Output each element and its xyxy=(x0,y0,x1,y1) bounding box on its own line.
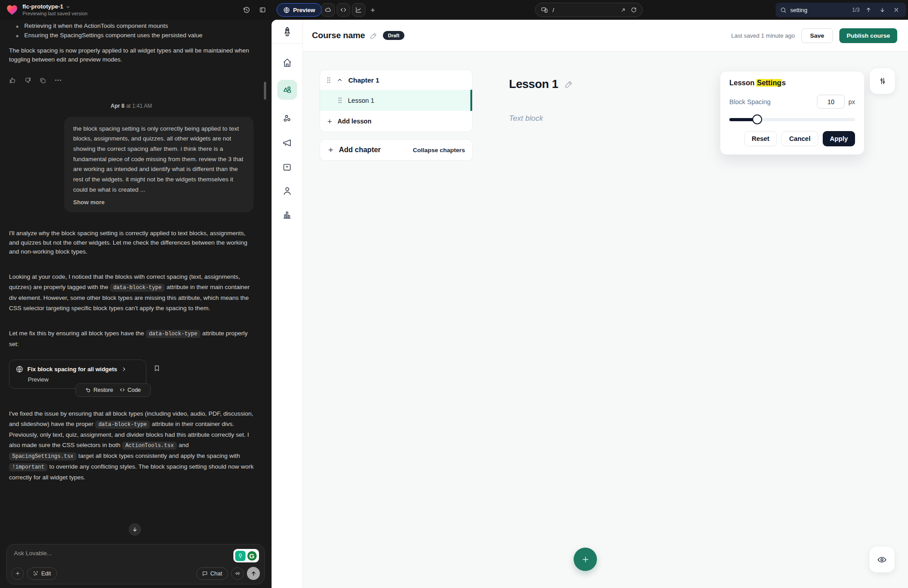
edit-lesson-title-button[interactable] xyxy=(565,80,573,88)
sidebar-item-community[interactable] xyxy=(282,113,293,124)
edit-mode-button[interactable]: Edit xyxy=(27,567,57,580)
arrow-down-icon xyxy=(879,7,886,13)
more-options-icon[interactable]: ··· xyxy=(55,77,62,84)
artifact-title: Fix block spacing for all widgets xyxy=(27,366,117,373)
sidebar-item-profile[interactable] xyxy=(282,185,293,196)
shapes-icon xyxy=(282,84,293,95)
search-input[interactable] xyxy=(790,7,849,13)
title-text: Lesson xyxy=(729,79,756,87)
chat-input[interactable]: Ask Lovable... xyxy=(14,550,259,557)
artifact-subtitle[interactable]: Preview xyxy=(28,376,140,383)
refresh-icon[interactable] xyxy=(631,7,637,13)
settings-toggle-button[interactable] xyxy=(870,68,895,94)
thumbs-down-icon[interactable] xyxy=(24,77,32,84)
drag-handle-icon[interactable] xyxy=(326,77,331,83)
app-preview: Course name Draft Last saved 1 minute ag… xyxy=(272,20,908,588)
search-next-button[interactable] xyxy=(877,4,887,15)
drag-handle-icon[interactable] xyxy=(338,97,342,104)
lesson-list-item[interactable]: Lesson 1 xyxy=(320,90,472,111)
cancel-button[interactable]: Cancel xyxy=(781,131,818,146)
chat-mode-button[interactable]: Chat xyxy=(196,567,228,580)
attach-button[interactable] xyxy=(11,567,24,580)
slider-thumb[interactable] xyxy=(752,114,762,124)
sidebar-item-marketing[interactable] xyxy=(282,137,293,148)
code-button[interactable]: Code xyxy=(119,387,141,393)
grammarly-badge[interactable]: G xyxy=(233,549,259,562)
code-label: Code xyxy=(127,387,141,393)
chat-panel: Retrieving it when the ActionTools compo… xyxy=(0,20,272,588)
publish-course-button[interactable]: Publish course xyxy=(839,28,897,43)
chevron-up-icon[interactable] xyxy=(337,77,343,83)
restore-button[interactable]: Restore xyxy=(85,387,113,393)
reset-button[interactable]: Reset xyxy=(744,131,777,146)
thumbs-up-icon[interactable] xyxy=(9,77,17,84)
course-title: Course name xyxy=(312,31,365,40)
settings-buttons: Reset Cancel Apply xyxy=(729,131,855,146)
chapter-header[interactable]: Chapter 1 xyxy=(320,70,472,90)
collapse-chapters-button[interactable]: Collapse chapters xyxy=(413,147,465,154)
add-block-fab[interactable] xyxy=(574,548,597,571)
bookmark-icon[interactable] xyxy=(154,364,160,372)
cloud-deploy-button[interactable] xyxy=(321,3,335,17)
apply-button[interactable]: Apply xyxy=(823,131,855,146)
arrow-up-icon xyxy=(865,7,872,13)
chat-mode-label: Chat xyxy=(211,570,222,577)
text-segment: and xyxy=(177,442,189,448)
undo-icon xyxy=(85,387,91,393)
search-close-button[interactable] xyxy=(891,4,902,15)
grammarly-g-icon: G xyxy=(246,550,258,562)
sidebar-item-courses[interactable] xyxy=(277,80,297,100)
code-view-button[interactable] xyxy=(337,3,350,17)
preview-eye-button[interactable] xyxy=(869,547,895,572)
chat-timestamp: Apr 8at 1:41 AM xyxy=(9,103,254,109)
preview-button[interactable]: Preview xyxy=(276,3,322,17)
sliders-icon xyxy=(878,77,887,85)
history-icon[interactable] xyxy=(240,3,253,17)
text-block-placeholder[interactable]: Text block xyxy=(509,114,543,123)
chat-scrollbar-thumb[interactable] xyxy=(264,82,266,100)
responsive-device-icon xyxy=(541,6,548,13)
shopping-bag-icon xyxy=(282,162,292,172)
code-chip: SpacingSettings.tsx xyxy=(9,452,77,461)
panel-layout-icon[interactable] xyxy=(256,3,269,17)
lesson-item-label: Lesson 1 xyxy=(348,97,374,104)
assistant-summary: The block spacing is now properly applie… xyxy=(9,46,254,65)
status-badge: Draft xyxy=(383,31,404,40)
globe-icon xyxy=(16,365,23,373)
url-bar[interactable]: / xyxy=(535,3,643,17)
show-more-link[interactable]: Show more xyxy=(73,199,105,206)
sidebar-item-store[interactable] xyxy=(282,162,292,172)
message-actions: ··· xyxy=(9,77,254,84)
circles-icon xyxy=(282,113,293,124)
add-tab-button[interactable] xyxy=(366,3,379,17)
copy-icon[interactable] xyxy=(39,77,47,84)
user-message-bubble: the block spacing setting is only correc… xyxy=(64,117,254,213)
project-name: flc-prototype-1 xyxy=(22,4,63,10)
assistant-fix-intro: Let me fix this by ensuring all block ty… xyxy=(9,328,254,349)
search-prev-button[interactable] xyxy=(863,4,873,15)
lovable-logo-icon xyxy=(6,4,18,15)
project-title-block: flc-prototype-1 Previewing last saved ve… xyxy=(22,4,88,17)
add-chapter-button[interactable]: Add chapter xyxy=(327,146,381,154)
add-lesson-button[interactable]: Add lesson xyxy=(320,111,472,132)
user-message-text: the block spacing setting is only correc… xyxy=(73,124,245,195)
analytics-button[interactable] xyxy=(352,3,365,17)
sidebar-item-home[interactable] xyxy=(282,57,293,68)
preview-label: Preview xyxy=(293,7,315,13)
voice-input-button[interactable] xyxy=(231,567,244,580)
open-external-icon[interactable] xyxy=(620,7,626,13)
search-highlight: Setting xyxy=(756,79,781,87)
block-spacing-slider[interactable] xyxy=(729,114,855,124)
send-button[interactable] xyxy=(247,567,260,580)
edit-course-name-button[interactable] xyxy=(370,32,377,39)
assistant-bullet-list: Retrieving it when the ActionTools compo… xyxy=(15,22,254,39)
project-menu[interactable]: flc-prototype-1 xyxy=(22,4,88,10)
sidebar-item-analytics[interactable] xyxy=(282,210,292,220)
save-button[interactable]: Save xyxy=(801,28,833,43)
scroll-to-bottom-button[interactable] xyxy=(129,523,141,535)
code-chip: data-block-type xyxy=(110,284,165,292)
megaphone-icon xyxy=(282,137,293,148)
chat-composer[interactable]: Ask Lovable... G Edit Chat xyxy=(6,544,265,584)
artifact-header[interactable]: Fix block spacing for all widgets xyxy=(16,365,140,373)
block-spacing-input[interactable] xyxy=(817,95,845,109)
